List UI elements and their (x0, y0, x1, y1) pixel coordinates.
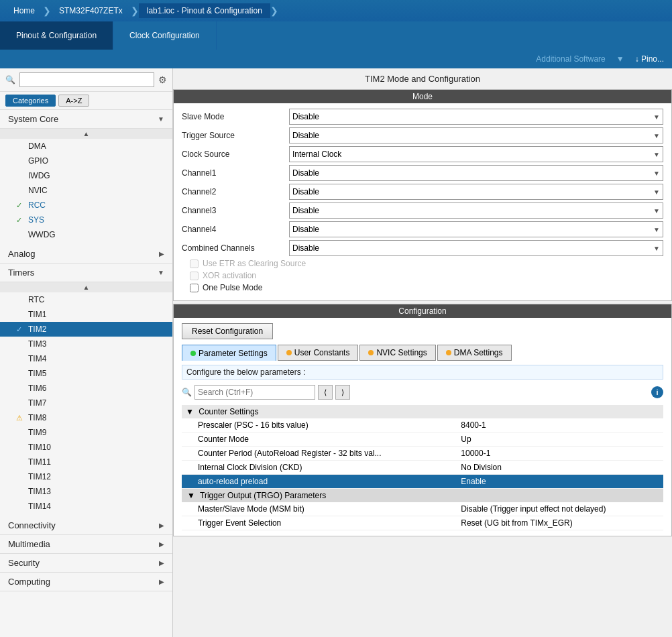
connectivity-header[interactable]: Connectivity ▶ (0, 516, 172, 535)
sidebar-item-tim4[interactable]: TIM4 (0, 351, 172, 366)
sidebar-item-tim5[interactable]: TIM5 (0, 366, 172, 381)
sidebar-search-input[interactable] (19, 72, 154, 87)
channel2-select[interactable]: Disable ▼ (289, 184, 663, 200)
system-core-scroll-up[interactable]: ▲ (0, 129, 172, 139)
combined-channels-arrow: ▼ (653, 245, 660, 252)
timers-items: RTC TIM1 ✓ TIM2 TIM3 TIM4 TIM5 (0, 292, 172, 514)
sidebar-item-iwdg[interactable]: IWDG (0, 168, 172, 183)
categories-button[interactable]: Categories (5, 95, 56, 107)
counter-expand-btn[interactable]: ▼ (186, 407, 194, 416)
sidebar-item-tim9[interactable]: TIM9 (0, 425, 172, 440)
nav-board[interactable]: STM32F407ZETx (51, 3, 131, 18)
etr-checkbox[interactable] (190, 259, 199, 268)
msm-value[interactable]: Disable (Trigger input effect not delaye… (453, 502, 663, 516)
channel1-select[interactable]: Disable ▼ (289, 165, 663, 181)
param-search-input[interactable] (194, 385, 315, 400)
sidebar-item-wwdg[interactable]: WWDG (0, 227, 172, 242)
trigger-expand-btn[interactable]: ▼ (187, 491, 195, 500)
tim9-label: TIM9 (28, 428, 46, 437)
nav-chevron-2: ❯ (131, 5, 139, 16)
auto-reload-value[interactable]: Enable (453, 475, 663, 489)
counter-settings-label: Counter Settings (199, 407, 258, 416)
config-section-body: Reset Configuration Parameter Settings U… (174, 318, 671, 536)
param-nav-forward[interactable]: ⟩ (335, 385, 350, 400)
sidebar-item-tim12[interactable]: TIM12 (0, 469, 172, 484)
sidebar-item-rcc[interactable]: ✓ RCC (0, 198, 172, 213)
sidebar-item-tim10[interactable]: TIM10 (0, 440, 172, 455)
one-pulse-label: One Pulse Mode (203, 283, 262, 292)
wwdg-check-icon (16, 231, 25, 239)
trigger-event-value[interactable]: Reset (UG bit from TIMx_EGR) (453, 516, 663, 530)
trigger-source-arrow: ▼ (653, 132, 660, 139)
timers-scroll-up[interactable]: ▲ (0, 282, 172, 292)
trigger-output-label: Trigger Output (TRGO) Parameters (200, 491, 326, 500)
tim13-label: TIM13 (28, 487, 51, 496)
tim14-label: TIM14 (28, 502, 51, 511)
tab-dma-settings[interactable]: DMA Settings (437, 345, 512, 361)
gear-icon[interactable]: ⚙ (158, 74, 167, 85)
security-header[interactable]: Security ▶ (0, 554, 172, 573)
sidebar-item-dma[interactable]: DMA (0, 139, 172, 154)
az-button[interactable]: A->Z (58, 95, 89, 107)
search-icon: 🔍 (5, 75, 15, 84)
tim4-label: TIM4 (28, 354, 46, 363)
nav-file[interactable]: lab1.ioc - Pinout & Configuration (139, 3, 270, 18)
trigger-event-name: Trigger Event Selection (182, 516, 453, 530)
sidebar-item-rtc[interactable]: RTC (0, 292, 172, 307)
additional-software-link[interactable]: Additional Software (536, 54, 605, 64)
counter-period-value[interactable]: 10000-1 (453, 447, 663, 461)
one-pulse-checkbox[interactable] (190, 284, 199, 292)
prescaler-value[interactable]: 8400-1 (453, 418, 663, 432)
multimedia-title: Multimedia (8, 539, 50, 549)
sidebar-item-tim6[interactable]: TIM6 (0, 381, 172, 396)
combined-channels-select[interactable]: Disable ▼ (289, 240, 663, 256)
sidebar-item-sys[interactable]: ✓ SYS (0, 213, 172, 227)
param-nav-back[interactable]: ⟨ (318, 385, 333, 400)
channel3-select[interactable]: Disable ▼ (289, 202, 663, 219)
sidebar-item-tim11[interactable]: TIM11 (0, 455, 172, 469)
info-icon[interactable]: i (651, 386, 663, 398)
top-nav: Home ❯ STM32F407ZETx ❯ lab1.ioc - Pinout… (0, 0, 672, 21)
slave-mode-arrow: ▼ (653, 113, 660, 121)
auto-reload-row[interactable]: auto-reload preload Enable (182, 475, 663, 489)
tab-user-constants[interactable]: User Constants (278, 345, 359, 361)
etr-row: Use ETR as Clearing Source (190, 259, 663, 268)
timers-header[interactable]: Timers ▼ (0, 264, 172, 282)
trigger-source-select[interactable]: Disable ▼ (289, 127, 663, 143)
dma-settings-label: DMA Settings (454, 348, 503, 357)
sidebar-item-tim7[interactable]: TIM7 (0, 396, 172, 410)
channel4-select[interactable]: Disable ▼ (289, 221, 663, 237)
analog-header[interactable]: Analog ▶ (0, 245, 172, 264)
computing-header[interactable]: Computing ▶ (0, 573, 172, 591)
pinout-right-link[interactable]: ↓ Pino... (635, 54, 664, 64)
tab-parameter-settings[interactable]: Parameter Settings (182, 345, 276, 361)
sidebar-item-tim2[interactable]: ✓ TIM2 (0, 322, 172, 337)
slave-mode-select[interactable]: Disable ▼ (289, 109, 663, 125)
channel3-arrow: ▼ (653, 207, 660, 215)
dma-label: DMA (28, 141, 46, 151)
tab-clock[interactable]: Clock Configuration (113, 21, 217, 50)
nav-home-label: Home (13, 6, 35, 15)
iwdg-label: IWDG (28, 171, 50, 180)
system-core-header[interactable]: System Core ▼ (0, 110, 172, 129)
gpio-check-icon (16, 157, 25, 165)
ckd-value[interactable]: No Division (453, 461, 663, 475)
sidebar-item-gpio[interactable]: GPIO (0, 154, 172, 168)
nvic-settings-label: NVIC Settings (376, 348, 427, 357)
reset-config-button[interactable]: Reset Configuration (182, 323, 273, 339)
nav-home[interactable]: Home (5, 3, 43, 18)
sidebar-item-tim3[interactable]: TIM3 (0, 337, 172, 351)
sidebar-item-tim1[interactable]: TIM1 (0, 307, 172, 322)
sidebar-item-nvic[interactable]: NVIC (0, 183, 172, 198)
nav-chevron-1: ❯ (43, 5, 51, 16)
clock-source-select[interactable]: Internal Clock ▼ (289, 146, 663, 162)
tab-pinout[interactable]: Pinout & Configuration (0, 21, 113, 50)
sidebar-item-tim13[interactable]: TIM13 (0, 484, 172, 499)
sidebar-item-tim14[interactable]: TIM14 (0, 499, 172, 514)
tab-nvic-settings[interactable]: NVIC Settings (359, 345, 435, 361)
multimedia-header[interactable]: Multimedia ▶ (0, 535, 172, 554)
computing-chevron: ▶ (159, 578, 164, 585)
counter-mode-value[interactable]: Up (453, 432, 663, 447)
xor-checkbox[interactable] (190, 272, 199, 280)
sidebar-item-tim8[interactable]: ⚠ TIM8 (0, 410, 172, 425)
